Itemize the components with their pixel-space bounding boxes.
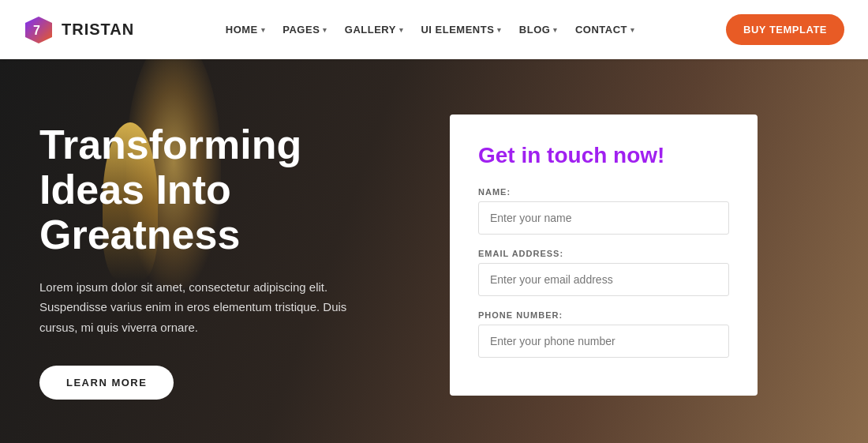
nav-links: HOME ▾ PAGES ▾ GALLERY ▾ UI ELEMENTS ▾ B [219, 19, 642, 40]
email-field-group: EMAIL ADDRESS: [478, 249, 729, 296]
chevron-down-icon: ▾ [630, 26, 635, 34]
nav-link-ui-elements[interactable]: UI ELEMENTS ▾ [414, 19, 507, 40]
chevron-down-icon: ▾ [553, 26, 558, 34]
hero-description: Lorem ipsum dolor sit amet, consectetur … [39, 277, 371, 338]
nav-link-contact[interactable]: CONTACT ▾ [569, 19, 642, 40]
hero-section: Transforming Ideas Into Greatness Lorem … [0, 59, 868, 443]
email-input[interactable] [478, 263, 729, 296]
phone-input[interactable] [478, 325, 729, 358]
nav-item-ui-elements[interactable]: UI ELEMENTS ▾ [414, 19, 507, 40]
logo-icon: 7 [24, 15, 54, 45]
contact-form-card: Get in touch now! NAME: EMAIL ADDRESS: P… [450, 115, 758, 396]
nav-item-gallery[interactable]: GALLERY ▾ [339, 19, 410, 40]
nav-item-blog[interactable]: BLOG ▾ [513, 19, 564, 40]
name-label: NAME: [478, 187, 729, 197]
chevron-down-icon: ▾ [497, 26, 502, 34]
learn-more-button[interactable]: LEARN MORE [39, 366, 174, 400]
phone-field-group: PHONE NUMBER: [478, 310, 729, 358]
buy-template-button[interactable]: BUY TEMPLATE [726, 14, 844, 45]
hero-title: Transforming Ideas Into Greatness [39, 122, 387, 258]
nav-link-home[interactable]: HOME ▾ [219, 19, 272, 40]
name-input[interactable] [478, 201, 729, 235]
nav-link-gallery[interactable]: GALLERY ▾ [339, 19, 410, 40]
chevron-down-icon: ▾ [323, 26, 327, 34]
svg-text:7: 7 [33, 24, 40, 37]
logo-text: TRISTAN [62, 21, 134, 39]
email-label: EMAIL ADDRESS: [478, 249, 729, 258]
nav-link-pages[interactable]: PAGES ▾ [276, 19, 334, 40]
form-title: Get in touch now! [478, 143, 729, 168]
name-field-group: NAME: [478, 187, 729, 235]
hero-text-block: Transforming Ideas Into Greatness Lorem … [39, 107, 387, 400]
nav-item-home[interactable]: HOME ▾ [219, 19, 272, 40]
nav-link-blog[interactable]: BLOG ▾ [513, 19, 564, 40]
navbar: 7 TRISTAN HOME ▾ PAGES ▾ GALLERY ▾ UI EL… [0, 0, 868, 59]
phone-label: PHONE NUMBER: [478, 310, 729, 320]
chevron-down-icon: ▾ [399, 26, 404, 34]
nav-item-pages[interactable]: PAGES ▾ [276, 19, 334, 40]
logo[interactable]: 7 TRISTAN [24, 15, 134, 45]
hero-content: Transforming Ideas Into Greatness Lorem … [0, 59, 868, 400]
chevron-down-icon: ▾ [261, 26, 266, 34]
nav-item-contact[interactable]: CONTACT ▾ [569, 19, 642, 40]
